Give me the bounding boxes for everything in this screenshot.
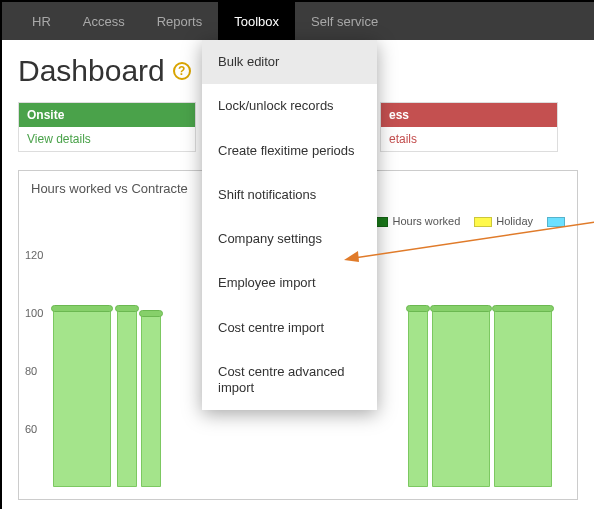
menu-item-cost-centre-import[interactable]: Cost centre import bbox=[202, 306, 377, 350]
nav-item-self-service[interactable]: Self service bbox=[295, 2, 394, 40]
nav-item-toolbox[interactable]: Toolbox bbox=[218, 2, 295, 40]
legend-label: Holiday bbox=[496, 215, 533, 227]
nav-item-access[interactable]: Access bbox=[67, 2, 141, 40]
toolbox-dropdown: Bulk editor Lock/unlock records Create f… bbox=[202, 40, 377, 410]
y-tick-label: 60 bbox=[25, 423, 37, 435]
status-card-onsite: Onsite View details bbox=[18, 102, 196, 152]
y-tick-label: 80 bbox=[25, 365, 37, 377]
top-nav: HR Access Reports Toolbox Self service bbox=[2, 2, 594, 40]
menu-item-bulk-editor[interactable]: Bulk editor bbox=[202, 40, 377, 84]
status-card-link[interactable]: View details bbox=[19, 127, 195, 151]
nav-item-hr[interactable]: HR bbox=[16, 2, 67, 40]
menu-item-lock-unlock[interactable]: Lock/unlock records bbox=[202, 84, 377, 128]
y-tick-label: 120 bbox=[25, 249, 43, 261]
bar bbox=[141, 313, 161, 487]
help-icon[interactable]: ? bbox=[173, 62, 191, 80]
legend-swatch-extra-icon bbox=[547, 217, 565, 227]
bar bbox=[494, 308, 552, 487]
status-card-title: ess bbox=[381, 103, 557, 127]
status-card-link[interactable]: etails bbox=[381, 127, 557, 151]
bar bbox=[53, 308, 111, 487]
legend-label: Hours worked bbox=[392, 215, 460, 227]
bar bbox=[432, 308, 490, 487]
nav-item-reports[interactable]: Reports bbox=[141, 2, 219, 40]
y-tick-label: 100 bbox=[25, 307, 43, 319]
legend-swatch-holiday-icon bbox=[474, 217, 492, 227]
menu-item-create-flexitime[interactable]: Create flexitime periods bbox=[202, 129, 377, 173]
bar bbox=[408, 308, 428, 487]
status-card-red: ess etails bbox=[380, 102, 558, 152]
menu-item-cost-centre-advanced-import[interactable]: Cost centre advanced import bbox=[202, 350, 377, 411]
status-card-title: Onsite bbox=[19, 103, 195, 127]
chart-legend: Hours worked Holiday bbox=[370, 215, 569, 227]
menu-item-employee-import[interactable]: Employee import bbox=[202, 261, 377, 305]
menu-item-company-settings[interactable]: Company settings bbox=[202, 217, 377, 261]
bar bbox=[117, 308, 137, 487]
menu-item-shift-notifications[interactable]: Shift notifications bbox=[202, 173, 377, 217]
page-title: Dashboard bbox=[18, 54, 165, 88]
